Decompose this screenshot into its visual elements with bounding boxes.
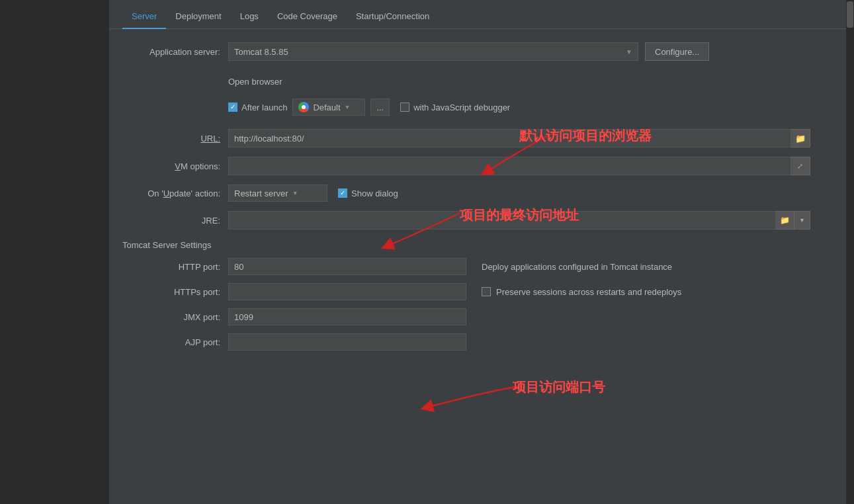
after-launch-checkbox-wrapper[interactable]: After launch <box>228 103 287 112</box>
preserve-sessions-label: Preserve sessions across restarts and re… <box>496 287 681 297</box>
left-sidebar <box>0 0 109 504</box>
expand-icon: ⤢ <box>797 162 803 171</box>
restart-server-select[interactable]: Restart server ▼ <box>228 185 327 202</box>
tab-logs[interactable]: Logs <box>231 6 268 29</box>
port-annotation: 项目访问端口号 <box>513 378 605 396</box>
app-server-row: Application server: Tomcat 8.5.85 ▼ Conf… <box>122 42 841 61</box>
jre-dropdown-button[interactable]: ▼ <box>794 211 810 230</box>
app-server-value: Tomcat 8.5.85 <box>234 47 288 57</box>
https-port-label: HTTPs port: <box>122 287 228 297</box>
ajp-port-input[interactable] <box>228 333 466 351</box>
show-dialog-label: Show dialog <box>351 189 398 198</box>
app-server-select[interactable]: Tomcat 8.5.85 ▼ <box>228 42 638 61</box>
restart-dropdown-arrow: ▼ <box>292 190 298 196</box>
js-debugger-checkbox[interactable] <box>400 103 409 112</box>
http-port-input[interactable] <box>228 258 466 275</box>
vm-options-row: VM options: ⤢ <box>122 157 841 175</box>
vm-expand-button[interactable]: ⤢ <box>790 157 810 175</box>
restart-server-label: Restart server <box>234 189 288 198</box>
jmx-port-label: JMX port: <box>122 312 228 322</box>
tab-startup-connection[interactable]: Startup/Connection <box>347 6 439 29</box>
jmx-port-input[interactable] <box>228 308 466 325</box>
chrome-icon <box>298 102 309 112</box>
after-launch-label: After launch <box>241 103 287 112</box>
jre-input[interactable] <box>228 211 776 230</box>
tomcat-settings-grid: HTTP port: HTTPs port: JMX port: AJP por… <box>122 258 841 358</box>
deploy-label: Deploy applications configured in Tomcat… <box>482 262 672 272</box>
preserve-sessions-checkbox[interactable] <box>482 287 491 296</box>
jre-dropdown-icon: ▼ <box>799 217 805 224</box>
http-port-row: HTTP port: <box>122 258 482 275</box>
tomcat-settings-header: Tomcat Server Settings <box>122 240 841 250</box>
after-launch-controls: After launch Default ▼ ... with JavaScri… <box>228 99 510 116</box>
configure-button[interactable]: Configure... <box>645 42 709 61</box>
url-label: URL: <box>122 134 228 144</box>
ajp-port-row: AJP port: <box>122 333 482 351</box>
http-port-label: HTTP port: <box>122 262 228 272</box>
show-dialog-checkbox-wrapper[interactable]: Show dialog <box>338 189 398 198</box>
update-action-label: On 'Update' action: <box>122 189 228 198</box>
url-field-wrapper: 📁 <box>228 129 810 147</box>
content-area: Application server: Tomcat 8.5.85 ▼ Conf… <box>109 29 854 372</box>
browser-default-label: Default <box>313 103 340 112</box>
url-folder-button[interactable]: 📁 <box>790 129 810 147</box>
update-underline: U <box>163 189 169 198</box>
tabs-bar: Server Deployment Logs Code Coverage Sta… <box>109 0 854 29</box>
vm-options-label: VM options: <box>122 161 228 171</box>
scrollbar[interactable] <box>846 0 854 504</box>
tab-code-coverage[interactable]: Code Coverage <box>268 6 347 29</box>
js-debugger-label: with JavaScript debugger <box>413 103 510 112</box>
port-arrow <box>361 378 539 418</box>
show-dialog-checkbox[interactable] <box>338 189 347 198</box>
open-browser-section: Open browser <box>122 73 841 93</box>
url-label-text: URL: <box>200 134 220 144</box>
jre-label: JRE: <box>122 216 228 226</box>
dropdown-arrow-icon: ▼ <box>626 48 632 56</box>
folder-icon: 📁 <box>795 134 806 144</box>
vm-options-wrapper: ⤢ <box>228 157 810 175</box>
after-launch-checkbox[interactable] <box>228 103 237 112</box>
main-content: Server Deployment Logs Code Coverage Sta… <box>109 0 854 504</box>
tab-deployment[interactable]: Deployment <box>166 6 230 29</box>
jre-folder-button[interactable]: 📁 <box>776 211 794 230</box>
url-row: URL: 📁 <box>122 129 841 147</box>
https-port-input[interactable] <box>228 283 466 300</box>
jre-row: JRE: 📁 ▼ <box>122 211 841 230</box>
js-debugger-checkbox-wrapper[interactable]: with JavaScript debugger <box>400 103 510 112</box>
open-browser-label: Open browser <box>228 77 282 87</box>
update-action-row: On 'Update' action: Restart server ▼ Sho… <box>122 185 841 202</box>
app-server-label: Application server: <box>122 47 228 57</box>
after-launch-row: After launch Default ▼ ... with JavaScri… <box>122 99 841 122</box>
https-port-row: HTTPs port: <box>122 283 482 300</box>
jre-folder-icon: 📁 <box>780 216 790 225</box>
browser-select[interactable]: Default ▼ <box>292 99 365 116</box>
jre-wrapper: 📁 ▼ <box>228 211 810 230</box>
jmx-port-row: JMX port: <box>122 308 482 325</box>
tab-server[interactable]: Server <box>122 6 166 29</box>
dots-button[interactable]: ... <box>370 99 390 116</box>
ajp-port-label: AJP port: <box>122 337 228 347</box>
url-input[interactable] <box>228 129 810 147</box>
vm-options-input[interactable] <box>228 157 810 175</box>
scrollbar-thumb[interactable] <box>847 1 853 28</box>
browser-dropdown-arrow: ▼ <box>345 104 351 110</box>
